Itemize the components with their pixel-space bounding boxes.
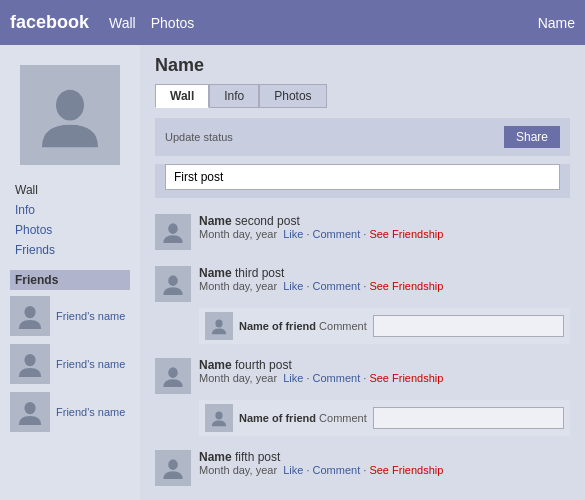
seefriendship-link-3[interactable]: See Friendship [369, 372, 443, 384]
comment-text-2: Name of friend Comment [239, 320, 367, 332]
like-link-3[interactable]: Like [283, 372, 303, 384]
seefriendship-link-4[interactable]: See Friendship [369, 464, 443, 476]
post-meta-4: Month day, year Like · Comment · See Fri… [199, 464, 570, 476]
post-item-2: Name third post Month day, year Like · C… [155, 260, 570, 344]
sidebar: Wall Info Photos Friends Friends Friend'… [0, 45, 140, 500]
status-input-row [155, 164, 570, 198]
share-button[interactable]: Share [504, 126, 560, 148]
post-meta-3: Month day, year Like · Comment · See Fri… [199, 372, 570, 384]
friends-section-label: Friends [10, 270, 130, 290]
friend-name-3[interactable]: Friend's name [56, 406, 125, 418]
friend-avatar-1 [10, 296, 50, 336]
post-title-1: Name second post [199, 214, 570, 228]
post-header-4: Name fifth post Month day, year Like · C… [155, 444, 570, 492]
comment-link-1[interactable]: Comment [313, 228, 361, 240]
post-author-1[interactable]: Name [199, 214, 232, 228]
post-author-4[interactable]: Name [199, 450, 232, 464]
nav-photos[interactable]: Photos [151, 15, 195, 31]
post-item-1: Name second post Month day, year Like · … [155, 208, 570, 256]
profile-content: Name Wall Info Photos Update status Shar… [140, 45, 585, 500]
seefriendship-link-2[interactable]: See Friendship [369, 280, 443, 292]
post-content-4: Name fifth post Month day, year Like · C… [199, 450, 570, 476]
commenter-avatar-2 [205, 312, 233, 340]
post-content-3: Name fourth post Month day, year Like · … [199, 358, 570, 384]
comment-row-3: Name of friend Comment [199, 400, 570, 436]
comment-row-2: Name of friend Comment [199, 308, 570, 344]
post-title-4: Name fifth post [199, 450, 570, 464]
friend-avatar-2 [10, 344, 50, 384]
friend-item-2: Friend's name [10, 344, 130, 384]
post-item-4: Name fifth post Month day, year Like · C… [155, 444, 570, 492]
tab-info[interactable]: Info [209, 84, 259, 108]
profile-avatar [20, 65, 120, 165]
sidebar-item-info[interactable]: Info [10, 200, 130, 220]
post-title-3: Name fourth post [199, 358, 570, 372]
comment-input-2[interactable] [373, 315, 564, 337]
profile-name: Name [155, 55, 570, 76]
comment-link-3[interactable]: Comment [313, 372, 361, 384]
comment-link-2[interactable]: Comment [313, 280, 361, 292]
friend-avatar-3 [10, 392, 50, 432]
post-author-3[interactable]: Name [199, 358, 232, 372]
post-header-2: Name third post Month day, year Like · C… [155, 260, 570, 308]
profile-tabs: Wall Info Photos [155, 84, 570, 108]
tab-wall[interactable]: Wall [155, 84, 209, 108]
friend-item-1: Friend's name [10, 296, 130, 336]
post-header-1: Name second post Month day, year Like · … [155, 208, 570, 256]
comment-input-3[interactable] [373, 407, 564, 429]
friend-name-1[interactable]: Friend's name [56, 310, 125, 322]
post-avatar-4 [155, 450, 191, 486]
post-meta-1: Month day, year Like · Comment · See Fri… [199, 228, 570, 240]
status-bar: Update status Share [155, 118, 570, 156]
commenter-avatar-3 [205, 404, 233, 432]
post-item-3: Name fourth post Month day, year Like · … [155, 352, 570, 436]
post-avatar-3 [155, 358, 191, 394]
brand-logo[interactable]: facebook [10, 12, 89, 33]
post-content-2: Name third post Month day, year Like · C… [199, 266, 570, 292]
post-avatar-1 [155, 214, 191, 250]
seefriendship-link-1[interactable]: See Friendship [369, 228, 443, 240]
like-link-1[interactable]: Like [283, 228, 303, 240]
post-avatar-2 [155, 266, 191, 302]
post-content-1: Name second post Month day, year Like · … [199, 214, 570, 240]
post-title-2: Name third post [199, 266, 570, 280]
comment-link-4[interactable]: Comment [313, 464, 361, 476]
status-label: Update status [165, 131, 233, 143]
main-container: Wall Info Photos Friends Friends Friend'… [0, 45, 585, 500]
tab-photos[interactable]: Photos [259, 84, 326, 108]
sidebar-item-photos[interactable]: Photos [10, 220, 130, 240]
like-link-4[interactable]: Like [283, 464, 303, 476]
comment-text-3: Name of friend Comment [239, 412, 367, 424]
top-nav: facebook Wall Photos Name [0, 0, 585, 45]
post-header-3: Name fourth post Month day, year Like · … [155, 352, 570, 400]
friend-name-2[interactable]: Friend's name [56, 358, 125, 370]
like-link-2[interactable]: Like [283, 280, 303, 292]
post-author-2[interactable]: Name [199, 266, 232, 280]
status-input[interactable] [165, 164, 560, 190]
post-meta-2: Month day, year Like · Comment · See Fri… [199, 280, 570, 292]
nav-wall[interactable]: Wall [109, 15, 136, 31]
nav-name[interactable]: Name [538, 15, 575, 31]
sidebar-nav: Wall Info Photos Friends [10, 180, 130, 260]
sidebar-item-friends[interactable]: Friends [10, 240, 130, 260]
sidebar-item-wall[interactable]: Wall [10, 180, 130, 200]
friend-item-3: Friend's name [10, 392, 130, 432]
